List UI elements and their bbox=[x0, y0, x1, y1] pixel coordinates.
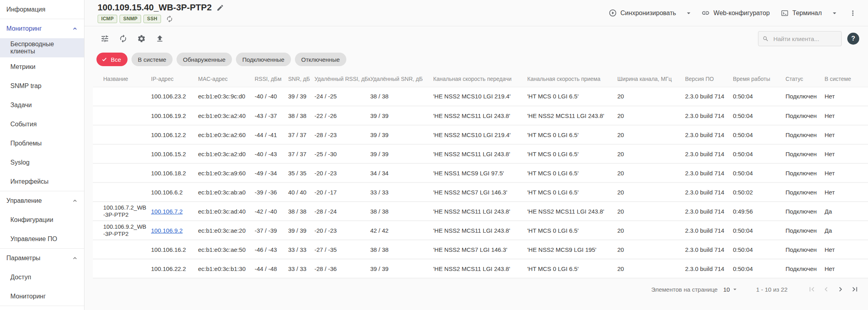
table-row[interactable]: 100.106.23.2ec:b1:e0:3c:9c:d0-40 / -4039… bbox=[93, 87, 868, 106]
client-ip-link[interactable]: 100.106.7.2 bbox=[151, 208, 183, 215]
settings-button[interactable] bbox=[137, 34, 146, 43]
filter-chip-4[interactable]: Отключенные bbox=[295, 53, 346, 66]
sidebar-item-9[interactable]: Интерфейсы bbox=[0, 172, 84, 191]
sidebar-item-5[interactable]: Задачи bbox=[0, 96, 84, 115]
column-header-12: Статус bbox=[786, 71, 825, 87]
cell-width: 20 bbox=[617, 87, 685, 106]
sync-dropdown-button[interactable] bbox=[682, 6, 695, 20]
cell-r_snr: 39 / 39 bbox=[370, 106, 433, 125]
terminal-button[interactable]: Терминал bbox=[776, 6, 827, 21]
cell-status: Подключен bbox=[786, 202, 825, 221]
cell-ip: 100.106.19.2 bbox=[151, 106, 198, 125]
cell-status: Подключен bbox=[786, 106, 825, 125]
refresh-status-button[interactable] bbox=[166, 15, 173, 23]
cell-status: Подключен bbox=[786, 125, 825, 144]
sidebar-item-1[interactable]: Мониторинг bbox=[0, 19, 84, 38]
client-ip-link[interactable]: 100.106.9.2 bbox=[151, 227, 183, 234]
column-header-11: Время работы bbox=[733, 71, 786, 87]
table-row[interactable]: 100.106.18.2ec:b1:e0:3c:a9:60-49 / -3435… bbox=[93, 163, 868, 182]
help-button[interactable]: ? bbox=[847, 33, 859, 45]
cell-r_rssi: -20 / -23 bbox=[314, 221, 370, 240]
filter-chip-2[interactable]: Обнаруженные bbox=[177, 53, 232, 66]
cell-mac: ec:b1:e0:3c:ae:20 bbox=[198, 221, 255, 240]
filter-chip-0[interactable]: Все bbox=[96, 53, 128, 66]
filter-chip-1[interactable]: В системе bbox=[132, 53, 173, 66]
caret-down-icon bbox=[685, 9, 693, 17]
chevron-up-icon bbox=[71, 255, 79, 262]
cell-tx: 'HE NSS2 MCS11 LGI 243.8' bbox=[433, 144, 527, 163]
next-page-button[interactable] bbox=[835, 283, 846, 295]
sync-button[interactable]: Синхронизировать bbox=[604, 5, 681, 21]
cell-r_rssi: -22 / -26 bbox=[314, 106, 370, 125]
first-page-button[interactable] bbox=[806, 283, 818, 295]
cell-snr: 37 / 37 bbox=[288, 125, 314, 144]
table-row[interactable]: 100.106.6.2ec:b1:e0:3c:ab:a0-39 / -3640 … bbox=[93, 182, 868, 202]
more-menu-button[interactable] bbox=[846, 6, 859, 20]
page-title: 100.109.15.40_WB-3P-PTP2 bbox=[98, 3, 212, 12]
table-row[interactable]: 100.106.19.2ec:b1:e0:3c:a2:40-43 / -3738… bbox=[93, 106, 868, 125]
cell-r_snr: 39 / 39 bbox=[370, 125, 433, 144]
search-input[interactable] bbox=[772, 35, 837, 43]
prev-page-button[interactable] bbox=[820, 283, 832, 295]
upload-icon bbox=[155, 34, 164, 43]
sidebar-item-label: События bbox=[10, 121, 37, 128]
sidebar-item-13[interactable]: Параметры bbox=[0, 249, 84, 268]
table-settings-button[interactable] bbox=[100, 34, 109, 43]
table-row[interactable]: 100.106.16.2ec:b1:e0:3c:ae:50-46 / -4333… bbox=[93, 240, 868, 259]
cell-uptime: 0:50:02 bbox=[733, 182, 786, 202]
sidebar-item-0[interactable]: Информация bbox=[0, 0, 84, 19]
sidebar-item-8[interactable]: Syslog bbox=[0, 153, 84, 172]
sidebar-item-label: SNMP trap bbox=[10, 82, 41, 90]
protocol-badge: ICMP bbox=[98, 15, 117, 23]
sidebar-item-14[interactable]: Доступ bbox=[0, 268, 84, 287]
cell-rssi: -40 / -43 bbox=[255, 144, 288, 163]
cell-status: Подключен bbox=[786, 163, 825, 182]
cell-r_snr: 39 / 39 bbox=[370, 144, 433, 163]
filter-chip-3[interactable]: Подключенные bbox=[236, 53, 291, 66]
sidebar-item-11[interactable]: Конфигурации bbox=[0, 210, 84, 230]
cell-width: 20 bbox=[617, 106, 685, 125]
kebab-menu-icon bbox=[849, 9, 857, 17]
last-page-button[interactable] bbox=[849, 283, 861, 295]
clients-toolbar: ? bbox=[84, 26, 868, 51]
cell-in_system: Нет bbox=[825, 163, 868, 182]
sidebar-item-7[interactable]: Проблемы bbox=[0, 134, 84, 153]
sidebar-item-label: Интерфейсы bbox=[10, 178, 49, 185]
cell-rx: 'HT MCS 0 LGI 6.5' bbox=[527, 163, 617, 182]
sidebar-item-6[interactable]: События bbox=[0, 115, 84, 134]
table-body: 100.106.23.2ec:b1:e0:3c:9c:d0-40 / -4039… bbox=[93, 87, 868, 278]
search-box[interactable] bbox=[758, 31, 842, 46]
table-row[interactable]: 100.106.7.2_WB-3P-PTP2100.106.7.2ec:b1:e… bbox=[93, 202, 868, 221]
sidebar-item-12[interactable]: Управление ПО bbox=[0, 230, 84, 249]
table-row[interactable]: 100.106.9.2_WB-3P-PTP2100.106.9.2ec:b1:e… bbox=[93, 221, 868, 240]
link-icon bbox=[701, 9, 710, 17]
cell-uptime: 0:50:04 bbox=[733, 163, 786, 182]
clients-table-wrap: НазваниеIP-адресMAC-адресRSSI, дБмSNR, д… bbox=[93, 71, 868, 279]
cell-snr: 40 / 40 bbox=[288, 182, 314, 202]
cell-fw: 2.3.0 build 714 bbox=[685, 182, 733, 202]
terminal-dropdown-button[interactable] bbox=[828, 6, 841, 20]
web-configurator-button[interactable]: Web-конфигуратор bbox=[697, 5, 774, 21]
cell-snr: 39 / 39 bbox=[288, 87, 314, 106]
sidebar-item-4[interactable]: SNMP trap bbox=[0, 77, 84, 96]
edit-title-button[interactable] bbox=[216, 4, 224, 12]
cell-snr: 38 / 38 bbox=[288, 106, 314, 125]
sidebar-item-10[interactable]: Управление bbox=[0, 191, 84, 210]
cell-status: Подключен bbox=[786, 182, 825, 202]
column-header-10: Версия ПО bbox=[685, 71, 733, 87]
table-row[interactable]: 100.106.15.2ec:b1:e0:3c:a2:d0-40 / -4337… bbox=[93, 144, 868, 163]
table-row[interactable]: 100.106.22.2ec:b1:e0:3c:b1:30-44 / -4833… bbox=[93, 259, 868, 278]
sidebar-item-15[interactable]: Мониторинг bbox=[0, 287, 84, 306]
cell-mac: ec:b1:e0:3c:a9:60 bbox=[198, 163, 255, 182]
sidebar-item-3[interactable]: Метрики bbox=[0, 57, 84, 77]
cell-name bbox=[93, 144, 151, 163]
per-page-select[interactable]: 10 bbox=[723, 286, 739, 293]
export-button[interactable] bbox=[155, 34, 164, 43]
sidebar-item-2[interactable]: Беспроводные клиенты bbox=[0, 38, 84, 57]
table-row[interactable]: 100.106.12.2ec:b1:e0:3c:a2:60-44 / -4137… bbox=[93, 125, 868, 144]
cell-tx: 'HE NSS2 MCS10 LGI 219.4' bbox=[433, 125, 527, 144]
cell-rx: 'HT MCS 0 LGI 6.5' bbox=[527, 87, 617, 106]
cell-r_snr: 38 / 38 bbox=[370, 87, 433, 106]
pencil-icon bbox=[216, 4, 224, 12]
refresh-table-button[interactable] bbox=[119, 34, 128, 43]
